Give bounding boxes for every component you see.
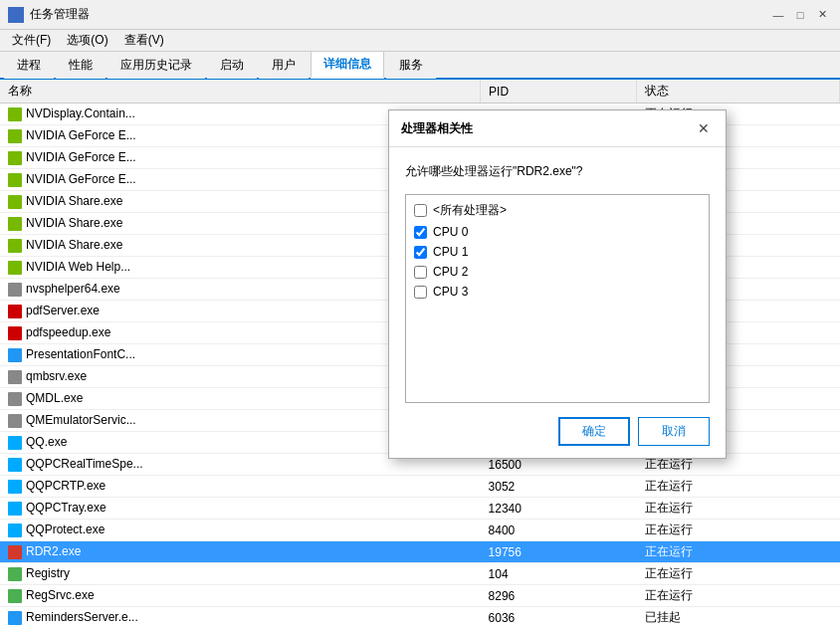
cpu-label-0: <所有处理器>	[433, 202, 507, 219]
cpu-checkbox-1[interactable]	[414, 226, 427, 239]
generic-icon	[8, 283, 22, 297]
table-row[interactable]: RDR2.exe19756正在运行	[0, 541, 840, 563]
cpu-item-3[interactable]: CPU 2	[410, 262, 705, 282]
rdr-icon	[8, 545, 22, 559]
cpu-checkbox-3[interactable]	[414, 266, 427, 279]
col-name[interactable]: 名称	[0, 80, 481, 104]
dialog-title: 处理器相关性	[401, 120, 473, 137]
dialog-question: 允许哪些处理器运行"RDR2.exe"?	[405, 163, 710, 180]
reg-icon	[8, 589, 22, 603]
cpu-checkbox-0[interactable]	[414, 204, 427, 217]
tab-services[interactable]: 服务	[386, 52, 436, 79]
cpu-label-3: CPU 2	[433, 265, 468, 279]
affinity-dialog: 处理器相关性 ✕ 允许哪些处理器运行"RDR2.exe"? <所有处理器>CPU…	[388, 109, 727, 459]
col-status[interactable]: 状态	[637, 80, 840, 104]
pdf-icon	[8, 326, 22, 340]
main-area: 名称 PID 状态 NVDisplay.Contain...2572正在运行NV…	[0, 80, 840, 627]
dialog-titlebar: 处理器相关性 ✕	[389, 110, 726, 147]
tab-details[interactable]: 详细信息	[311, 51, 384, 79]
title-bar-text: 任务管理器	[30, 6, 90, 23]
minimize-button[interactable]: —	[768, 5, 788, 25]
tab-startup[interactable]: 启动	[207, 52, 257, 79]
nvidia-icon	[8, 217, 22, 231]
cpu-checkbox-4[interactable]	[414, 286, 427, 299]
cpu-item-2[interactable]: CPU 1	[410, 242, 705, 262]
cpu-item-4[interactable]: CPU 3	[410, 282, 705, 302]
qq-icon	[8, 436, 22, 450]
pres-icon	[8, 348, 22, 362]
cpu-item-0[interactable]: <所有处理器>	[410, 199, 705, 222]
pdf-icon	[8, 305, 22, 318]
tab-performance[interactable]: 性能	[56, 52, 105, 79]
menu-view[interactable]: 查看(V)	[116, 30, 172, 51]
nvidia-icon	[8, 129, 22, 143]
cpu-label-4: CPU 3	[433, 285, 468, 299]
ok-button[interactable]: 确定	[558, 417, 630, 446]
tab-users[interactable]: 用户	[259, 52, 309, 79]
table-row[interactable]: QQPCRTP.exe3052正在运行	[0, 476, 840, 498]
table-row[interactable]: RemindersServer.e...6036已挂起	[0, 607, 840, 628]
tab-bar: 进程 性能 应用历史记录 启动 用户 详细信息 服务	[0, 52, 840, 80]
table-row[interactable]: QQPCTray.exe12340正在运行	[0, 498, 840, 520]
app-icon	[8, 7, 24, 23]
generic-icon	[8, 392, 22, 406]
menu-bar: 文件(F) 选项(O) 查看(V)	[0, 30, 840, 52]
nvidia-icon	[8, 195, 22, 209]
title-bar-controls: — □ ✕	[768, 5, 832, 25]
cpu-label-1: CPU 0	[433, 225, 468, 239]
cpu-list-box[interactable]: <所有处理器>CPU 0CPU 1CPU 2CPU 3	[405, 194, 710, 403]
generic-icon	[8, 414, 22, 428]
qq-icon	[8, 480, 22, 494]
dialog-buttons: 确定 取消	[405, 417, 710, 446]
qq-icon	[8, 523, 22, 537]
qq-icon	[8, 458, 22, 472]
nvidia-icon	[8, 107, 22, 121]
cpu-checkbox-2[interactable]	[414, 246, 427, 259]
table-row[interactable]: RegSrvc.exe8296正在运行	[0, 585, 840, 607]
qq-icon	[8, 502, 22, 516]
title-bar: 任务管理器 — □ ✕	[0, 0, 840, 30]
tab-processes[interactable]: 进程	[4, 52, 54, 79]
cpu-label-2: CPU 1	[433, 245, 468, 259]
nvidia-icon	[8, 261, 22, 275]
nvidia-icon	[8, 239, 22, 253]
rem-icon	[8, 611, 22, 625]
col-pid[interactable]: PID	[481, 80, 637, 104]
table-row[interactable]: QQProtect.exe8400正在运行	[0, 520, 840, 541]
menu-options[interactable]: 选项(O)	[59, 30, 115, 51]
table-row[interactable]: Registry104正在运行	[0, 563, 840, 585]
dialog-close-button[interactable]: ✕	[694, 118, 714, 138]
nvidia-icon	[8, 173, 22, 187]
close-button[interactable]: ✕	[812, 5, 832, 25]
maximize-button[interactable]: □	[790, 5, 810, 25]
cpu-item-1[interactable]: CPU 0	[410, 222, 705, 242]
cancel-button[interactable]: 取消	[638, 417, 710, 446]
menu-file[interactable]: 文件(F)	[4, 30, 59, 51]
dialog-body: 允许哪些处理器运行"RDR2.exe"? <所有处理器>CPU 0CPU 1CP…	[389, 147, 726, 458]
reg-icon	[8, 567, 22, 581]
tab-app-history[interactable]: 应用历史记录	[107, 52, 205, 79]
generic-icon	[8, 370, 22, 384]
nvidia-icon	[8, 151, 22, 165]
